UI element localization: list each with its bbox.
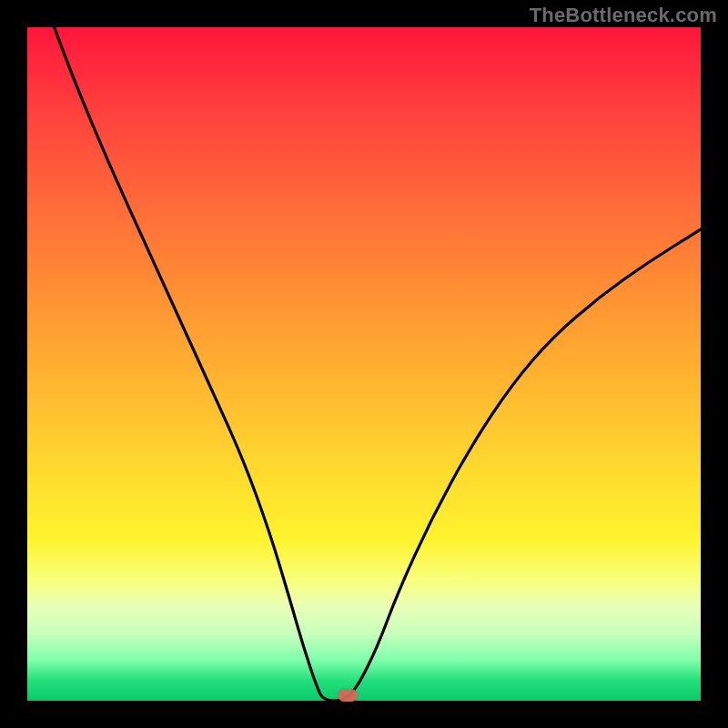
bottleneck-curve — [27, 27, 701, 701]
watermark-text: TheBottleneck.com — [530, 4, 717, 27]
plot-area — [27, 27, 701, 701]
optimal-marker — [338, 689, 358, 702]
chart-frame: TheBottleneck.com — [0, 0, 728, 728]
